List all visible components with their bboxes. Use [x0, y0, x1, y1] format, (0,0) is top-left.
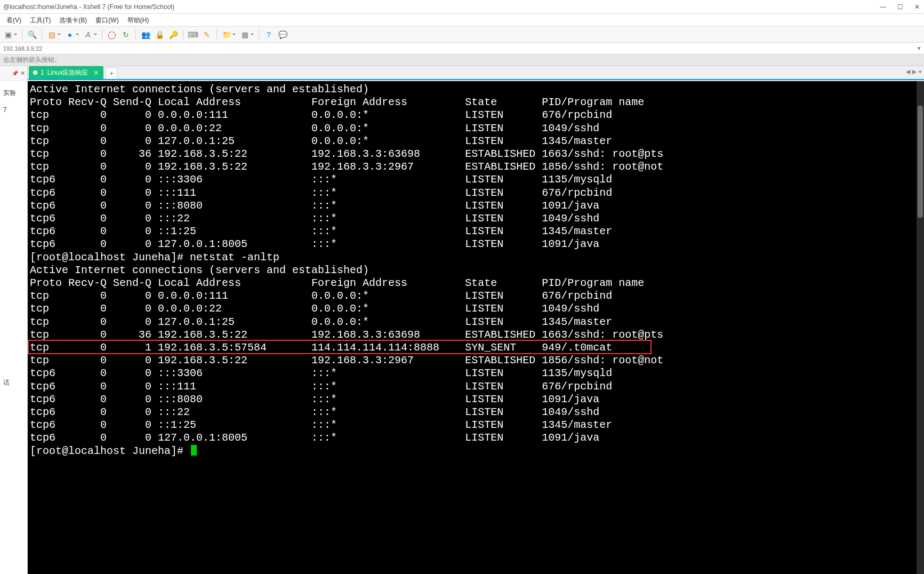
help-icon[interactable]: ? — [263, 29, 275, 41]
terminal-output: Active Internet connections (servers and… — [28, 81, 924, 462]
tabbar: 📌 ✕ 1 Linux应急响应 ✕ + ◀ ▶ ▾ — [0, 66, 924, 80]
menu-help[interactable]: 帮助(H) — [123, 14, 154, 27]
tab-session-1[interactable]: 1 Linux应急响应 ✕ — [29, 66, 103, 79]
tab-nav-menu-icon[interactable]: ▾ — [919, 68, 922, 75]
pin-icon[interactable]: 📌 — [12, 70, 18, 76]
menu-tabs[interactable]: 选项卡(B) — [55, 14, 91, 27]
chat-icon[interactable]: 💬 — [277, 29, 288, 41]
sidebar-item-1[interactable]: 7 — [0, 102, 27, 118]
sidebar-item-2[interactable]: 话 — [0, 374, 27, 392]
terminal[interactable]: Active Internet connections (servers and… — [28, 81, 924, 574]
side-pane-header: 📌 ✕ — [0, 66, 28, 80]
tab-nav-right-icon[interactable]: ▶ — [912, 68, 917, 75]
minimize-button[interactable]: — — [879, 3, 887, 11]
globe-icon[interactable]: ● — [64, 29, 76, 41]
menu-window[interactable]: 窗口(W) — [91, 14, 123, 27]
tab-index: 1 — [41, 69, 44, 76]
hintbar: 击左侧的箭头按钮。 — [0, 54, 924, 66]
record-icon[interactable]: ◯ — [106, 29, 118, 41]
tab-nav: ◀ ▶ ▾ — [906, 68, 922, 75]
addressbar-dropdown-icon[interactable]: ▾ — [918, 45, 921, 52]
addressbar[interactable]: 192.168.3.5:22 ▾ — [0, 43, 924, 54]
key-icon[interactable]: 🔑 — [167, 29, 179, 41]
hint-text: 击左侧的箭头按钮。 — [3, 55, 61, 65]
terminal-scrollbar[interactable] — [917, 81, 924, 574]
window-layout-icon[interactable]: ▦ — [239, 29, 251, 41]
users-icon[interactable]: 👥 — [140, 29, 151, 41]
tabstrip: 1 Linux应急响应 ✕ + — [28, 66, 924, 79]
sidebar: 实验 7 话 — [0, 81, 28, 574]
folder-icon[interactable]: 📁 — [221, 29, 232, 41]
menu-view[interactable]: 看(V) — [2, 14, 26, 27]
menu-tools[interactable]: 工具(T) — [26, 14, 55, 27]
close-side-pane-icon[interactable]: ✕ — [20, 70, 25, 77]
tab-nav-left-icon[interactable]: ◀ — [906, 68, 910, 75]
tab-label: Linux应急响应 — [47, 68, 89, 77]
play-icon[interactable]: ↻ — [120, 29, 132, 41]
sidebar-item-0[interactable]: 实验 — [0, 84, 27, 102]
maximize-button[interactable]: ☐ — [896, 3, 904, 11]
tab-status-dot-icon — [33, 70, 37, 75]
session-dropdown-icon[interactable]: ▣ — [2, 29, 14, 41]
new-tab-button[interactable]: + — [106, 67, 117, 79]
font-icon[interactable]: A — [82, 29, 94, 41]
color-scheme-icon[interactable]: ▧ — [46, 29, 58, 41]
menubar: 看(V) 工具(T) 选项卡(B) 窗口(W) 帮助(H) — [0, 14, 924, 27]
main-area: 实验 7 话 Active Internet connections (serv… — [0, 81, 924, 574]
search-icon[interactable]: 🔍 — [26, 29, 38, 41]
window-title: @localhost:/home/Juneha - Xshell 7 (Free… — [3, 3, 174, 11]
keyboard-icon[interactable]: ⌨ — [187, 29, 199, 41]
window-titlebar: @localhost:/home/Juneha - Xshell 7 (Free… — [0, 0, 924, 14]
address-text: 192.168.3.5:22 — [3, 45, 42, 52]
lock-icon[interactable]: 🔒 — [154, 29, 165, 41]
terminal-cursor — [191, 445, 197, 456]
toolbar: ▣ 🔍 ▧ ● A ◯ ↻ 👥 🔒 🔑 ⌨ ✎ 📁 ▦ ? 💬 — [0, 27, 924, 43]
terminal-scrollbar-thumb[interactable] — [918, 106, 923, 218]
close-window-button[interactable]: ✕ — [913, 3, 921, 11]
edit-icon[interactable]: ✎ — [201, 29, 213, 41]
window-controls: — ☐ ✕ — [879, 3, 921, 11]
tab-close-icon[interactable]: ✕ — [93, 69, 99, 77]
